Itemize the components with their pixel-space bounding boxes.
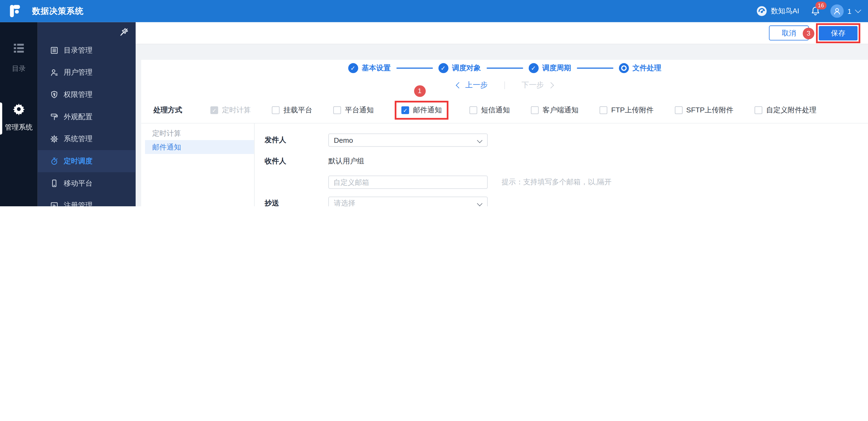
ai-assistant-label: 数知鸟AI [771,6,799,16]
checkbox-unchecked-icon [675,107,682,114]
next-step-label: 下一步 [522,80,544,90]
method-subpanel: 定时计算 邮件通知 [141,123,254,206]
checkbox-platform-notify[interactable]: 平台通知 [333,105,374,115]
step-label: 调度对象 [452,63,481,73]
checkbox-email-notify[interactable]: 邮件通知 [401,105,442,115]
step-current-icon [619,63,629,73]
sidenav-item-user-mgmt[interactable]: 用户管理 [38,61,136,84]
cc-select-placeholder: 请选择 [334,198,355,206]
ai-assistant-entry[interactable]: 数知鸟AI [756,5,799,17]
sidenav-item-mobile-platform[interactable]: 移动平台 [38,172,136,194]
checkbox-label: 平台通知 [345,105,374,115]
checkbox-label: 客户端通知 [542,105,579,115]
paint-roller-icon [50,112,59,121]
sidenav-item-label: 权限管理 [64,90,93,100]
brand-logo-icon [6,3,23,19]
checkbox-ftp-upload[interactable]: FTP上传附件 [600,105,654,115]
panel-gutter [136,44,141,206]
top-bar: 数据决策系统 数知鸟AI 16 [0,0,868,22]
rail-item-label: 目录 [12,64,26,74]
step-file-processing[interactable]: 文件处理 [619,63,661,73]
avatar[interactable] [830,4,844,18]
unpin-sidebar-icon[interactable] [119,27,129,37]
recipient-custom-email-input[interactable] [328,176,488,189]
wizard-nav: 上一步 下一步 [141,80,868,90]
step-label: 文件处理 [632,63,661,73]
checkbox-custom-attachment[interactable]: 自定义附件处理 [754,105,817,115]
sidenav-item-appearance-config[interactable]: 外观配置 [38,106,136,128]
checkbox-mount-platform[interactable]: 挂载平台 [272,105,312,115]
rail-item-catalog[interactable]: 目录 [0,43,38,73]
rail-item-label: 管理系统 [5,123,33,132]
step-dispatch-cycle[interactable]: 调度周期 [528,63,571,73]
app-title: 数据决策系统 [32,6,84,16]
step-connector [396,67,433,69]
checkbox-scheduled-calc[interactable]: 定时计算 [210,105,251,115]
subpanel-item-scheduled-calc[interactable]: 定时计算 [145,126,254,140]
mobile-icon [50,179,59,188]
checkbox-label: SFTP上传附件 [686,105,734,115]
cc-select[interactable]: 请选择 [328,197,488,206]
step-basic-settings[interactable]: 基本设置 [348,63,391,73]
sidenav-item-label: 系统管理 [64,134,93,144]
shield-key-icon [50,90,59,99]
step-connector [486,67,523,69]
prev-step-label: 上一步 [465,80,488,90]
chevron-left-icon [456,82,462,89]
sender-label: 发件人 [265,135,328,145]
step-dispatch-object[interactable]: 调度对象 [438,63,481,73]
sidenav-item-register-mgmt[interactable]: 注册管理 [38,194,136,206]
cancel-button[interactable]: 取消 3 [769,26,809,40]
notification-badge: 16 [815,2,827,9]
checkbox-client-notify[interactable]: 客户端通知 [531,105,579,115]
checkbox-sms-notify[interactable]: 短信通知 [469,105,510,115]
process-method-options: 定时计算 挂载平台 平台通知 1 邮件通知 [210,101,816,119]
sidenav-item-label: 用户管理 [64,68,93,78]
recipient-value: 默认用户组 [328,154,364,168]
sidenav-item-catalog-mgmt[interactable]: 目录管理 [38,39,136,62]
save-annotation-box: 保存 [816,23,860,43]
subpanel-item-email-notify[interactable]: 邮件通知 [145,140,254,154]
checkbox-label: FTP上传附件 [611,105,653,115]
notifications-button[interactable]: 16 [810,6,820,16]
sidenav-item-permission-mgmt[interactable]: 权限管理 [38,84,136,106]
process-method-label: 处理方式 [153,105,182,115]
rail-item-admin[interactable]: 管理系统 [0,102,38,132]
username: 1 [847,7,851,16]
sidenav-item-scheduled-dispatch[interactable]: 定时调度 [38,150,136,172]
sidenav-list: 目录管理 用户管理 权限管理 外观配置 系统管理 定时调度 [38,39,136,206]
checkbox-unchecked-icon [272,107,280,114]
gear-icon [12,102,26,116]
annotation-badge-3: 3 [803,28,814,39]
sidenav-item-label: 外观配置 [64,112,93,122]
chevron-down-icon [477,201,483,206]
user-icon [833,6,841,16]
sender-select[interactable]: Demo [328,133,488,147]
sidenav-item-label: 定时调度 [64,156,93,166]
stopwatch-icon [50,157,59,166]
sidenav-item-system-mgmt[interactable]: 系统管理 [38,128,136,150]
save-button-label: 保存 [831,28,845,38]
checkbox-sftp-upload[interactable]: SFTP上传附件 [675,105,734,115]
bird-icon [756,5,768,17]
step-done-icon [528,63,538,73]
save-button[interactable]: 保存 [819,26,858,40]
next-step-button[interactable]: 下一步 [522,80,553,90]
prev-step-button[interactable]: 上一步 [456,80,488,90]
checkbox-unchecked-icon [531,107,539,114]
app-window: 数据决策系统 数知鸟AI 16 [0,0,868,206]
email-hint: 提示：支持填写多个邮箱，以,隔开 [502,177,612,187]
checkbox-label: 邮件通知 [413,105,442,115]
sender-select-value: Demo [334,136,353,144]
checkbox-checked-disabled-icon [210,107,218,114]
user-menu-chevron-icon[interactable] [855,7,861,13]
sidenav-item-label: 目录管理 [64,45,93,55]
sidenav-item-label: 移动平台 [64,178,93,188]
admin-sidenav: 目录管理 用户管理 权限管理 外观配置 系统管理 定时调度 [38,22,136,206]
checkbox-unchecked-icon [600,107,608,114]
doc-register-icon [50,201,59,206]
email-notify-annotation-box: 1 邮件通知 [395,101,448,119]
cc-label: 抄送 [265,198,328,206]
action-toolbar: 取消 3 保存 [136,22,868,44]
checkbox-unchecked-icon [469,107,477,114]
